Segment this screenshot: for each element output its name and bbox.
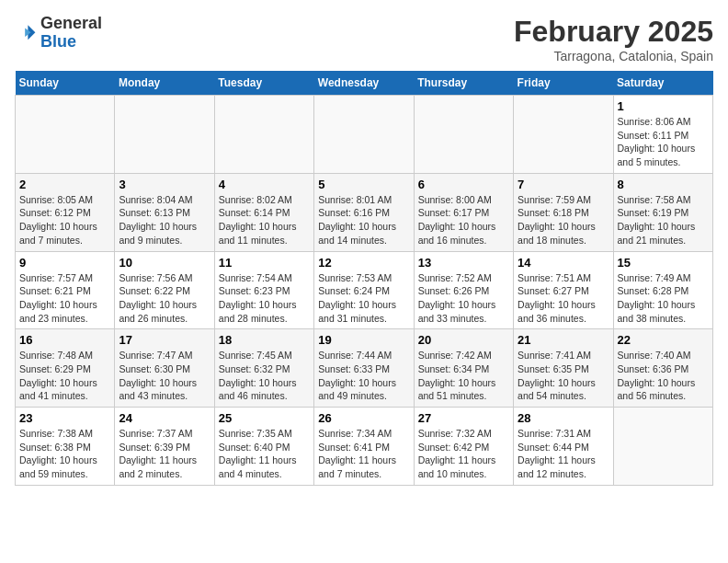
calendar-cell: 23Sunrise: 7:38 AM Sunset: 6:38 PM Dayli… [16, 408, 115, 486]
day-number: 13 [418, 256, 509, 270]
day-number: 3 [119, 178, 210, 191]
calendar-cell: 20Sunrise: 7:42 AM Sunset: 6:34 PM Dayli… [414, 329, 513, 408]
cell-details: Sunrise: 7:53 AM Sunset: 6:24 PM Dayligh… [318, 271, 409, 326]
cell-details: Sunrise: 7:48 AM Sunset: 6:29 PM Dayligh… [19, 349, 110, 403]
logo-text: General Blue [40, 15, 102, 52]
calendar-cell [613, 408, 712, 486]
day-number: 14 [518, 256, 609, 270]
day-number: 11 [219, 256, 310, 270]
calendar-table: SundayMondayTuesdayWednesdayThursdayFrid… [15, 71, 713, 486]
calendar-cell: 2Sunrise: 8:05 AM Sunset: 6:12 PM Daylig… [16, 173, 115, 251]
calendar-cell: 9Sunrise: 7:57 AM Sunset: 6:21 PM Daylig… [16, 251, 115, 329]
cell-details: Sunrise: 7:31 AM Sunset: 6:44 PM Dayligh… [518, 427, 609, 481]
calendar-cell: 11Sunrise: 7:54 AM Sunset: 6:23 PM Dayli… [214, 251, 313, 329]
day-number: 9 [19, 256, 110, 270]
day-number: 28 [518, 411, 609, 425]
calendar-cell [414, 96, 513, 174]
location-title: Tarragona, Catalonia, Spain [514, 49, 713, 63]
calendar-week-2: 2Sunrise: 8:05 AM Sunset: 6:12 PM Daylig… [16, 173, 713, 251]
calendar-cell: 8Sunrise: 7:58 AM Sunset: 6:19 PM Daylig… [613, 173, 712, 251]
calendar-cell [314, 96, 414, 174]
weekday-header-friday: Friday [514, 71, 613, 96]
calendar-cell: 17Sunrise: 7:47 AM Sunset: 6:30 PM Dayli… [115, 329, 214, 408]
cell-details: Sunrise: 7:34 AM Sunset: 6:41 PM Dayligh… [318, 427, 409, 481]
cell-details: Sunrise: 7:47 AM Sunset: 6:30 PM Dayligh… [119, 349, 210, 403]
cell-details: Sunrise: 7:32 AM Sunset: 6:42 PM Dayligh… [418, 427, 509, 481]
calendar-cell: 28Sunrise: 7:31 AM Sunset: 6:44 PM Dayli… [514, 408, 613, 486]
logo: General Blue [15, 15, 102, 52]
calendar-cell: 22Sunrise: 7:40 AM Sunset: 6:36 PM Dayli… [613, 329, 712, 408]
calendar-cell [214, 96, 313, 174]
cell-details: Sunrise: 8:04 AM Sunset: 6:13 PM Dayligh… [119, 193, 210, 247]
day-number: 26 [318, 411, 409, 425]
cell-details: Sunrise: 7:44 AM Sunset: 6:33 PM Dayligh… [318, 349, 409, 403]
calendar-cell [16, 96, 115, 174]
calendar-cell: 1Sunrise: 8:06 AM Sunset: 6:11 PM Daylig… [613, 96, 712, 174]
day-number: 5 [318, 178, 409, 191]
day-number: 19 [318, 333, 409, 347]
cell-details: Sunrise: 7:35 AM Sunset: 6:40 PM Dayligh… [219, 427, 310, 481]
cell-details: Sunrise: 7:45 AM Sunset: 6:32 PM Dayligh… [219, 349, 310, 403]
day-number: 23 [19, 411, 110, 425]
calendar-cell: 21Sunrise: 7:41 AM Sunset: 6:35 PM Dayli… [514, 329, 613, 408]
day-number: 1 [618, 99, 709, 113]
page-header: General Blue February 2025 Tarragona, Ca… [15, 15, 713, 63]
cell-details: Sunrise: 7:59 AM Sunset: 6:18 PM Dayligh… [518, 193, 609, 247]
weekday-header-sunday: Sunday [16, 71, 115, 96]
logo-icon [15, 22, 37, 44]
day-number: 2 [19, 178, 110, 191]
weekday-header-tuesday: Tuesday [214, 71, 313, 96]
cell-details: Sunrise: 7:37 AM Sunset: 6:39 PM Dayligh… [119, 427, 210, 481]
cell-details: Sunrise: 7:54 AM Sunset: 6:23 PM Dayligh… [219, 271, 310, 326]
calendar-week-1: 1Sunrise: 8:06 AM Sunset: 6:11 PM Daylig… [16, 96, 713, 174]
calendar-cell: 18Sunrise: 7:45 AM Sunset: 6:32 PM Dayli… [214, 329, 313, 408]
calendar-cell: 19Sunrise: 7:44 AM Sunset: 6:33 PM Dayli… [314, 329, 414, 408]
day-number: 27 [418, 411, 509, 425]
calendar-cell [115, 96, 214, 174]
calendar-cell: 5Sunrise: 8:01 AM Sunset: 6:16 PM Daylig… [314, 173, 414, 251]
day-number: 22 [618, 333, 709, 347]
cell-details: Sunrise: 7:52 AM Sunset: 6:26 PM Dayligh… [418, 271, 509, 326]
day-number: 7 [518, 178, 609, 191]
cell-details: Sunrise: 7:38 AM Sunset: 6:38 PM Dayligh… [19, 427, 110, 481]
cell-details: Sunrise: 8:06 AM Sunset: 6:11 PM Dayligh… [618, 115, 709, 169]
calendar-cell: 25Sunrise: 7:35 AM Sunset: 6:40 PM Dayli… [214, 408, 313, 486]
calendar-cell: 10Sunrise: 7:56 AM Sunset: 6:22 PM Dayli… [115, 251, 214, 329]
cell-details: Sunrise: 7:57 AM Sunset: 6:21 PM Dayligh… [19, 271, 110, 326]
calendar-cell: 14Sunrise: 7:51 AM Sunset: 6:27 PM Dayli… [514, 251, 613, 329]
day-number: 16 [19, 333, 110, 347]
day-number: 12 [318, 256, 409, 270]
calendar-week-5: 23Sunrise: 7:38 AM Sunset: 6:38 PM Dayli… [16, 408, 713, 486]
calendar-cell: 26Sunrise: 7:34 AM Sunset: 6:41 PM Dayli… [314, 408, 414, 486]
cell-details: Sunrise: 8:05 AM Sunset: 6:12 PM Dayligh… [19, 193, 110, 247]
cell-details: Sunrise: 7:51 AM Sunset: 6:27 PM Dayligh… [518, 271, 609, 326]
calendar-cell: 7Sunrise: 7:59 AM Sunset: 6:18 PM Daylig… [514, 173, 613, 251]
day-number: 17 [119, 333, 210, 347]
weekday-header-monday: Monday [115, 71, 214, 96]
weekday-header-wednesday: Wednesday [314, 71, 414, 96]
cell-details: Sunrise: 8:01 AM Sunset: 6:16 PM Dayligh… [318, 193, 409, 247]
cell-details: Sunrise: 7:42 AM Sunset: 6:34 PM Dayligh… [418, 349, 509, 403]
calendar-cell: 4Sunrise: 8:02 AM Sunset: 6:14 PM Daylig… [214, 173, 313, 251]
calendar-cell: 12Sunrise: 7:53 AM Sunset: 6:24 PM Dayli… [314, 251, 414, 329]
calendar-cell: 6Sunrise: 8:00 AM Sunset: 6:17 PM Daylig… [414, 173, 513, 251]
calendar-cell: 15Sunrise: 7:49 AM Sunset: 6:28 PM Dayli… [613, 251, 712, 329]
cell-details: Sunrise: 7:58 AM Sunset: 6:19 PM Dayligh… [618, 193, 709, 247]
calendar-cell: 27Sunrise: 7:32 AM Sunset: 6:42 PM Dayli… [414, 408, 513, 486]
day-number: 25 [219, 411, 310, 425]
day-number: 4 [219, 178, 310, 191]
cell-details: Sunrise: 7:40 AM Sunset: 6:36 PM Dayligh… [618, 349, 709, 403]
calendar-header-row: SundayMondayTuesdayWednesdayThursdayFrid… [16, 71, 713, 96]
day-number: 10 [119, 256, 210, 270]
day-number: 15 [618, 256, 709, 270]
calendar-cell: 3Sunrise: 8:04 AM Sunset: 6:13 PM Daylig… [115, 173, 214, 251]
weekday-header-saturday: Saturday [613, 71, 712, 96]
calendar-cell [514, 96, 613, 174]
weekday-header-thursday: Thursday [414, 71, 513, 96]
day-number: 8 [618, 178, 709, 191]
calendar-body: 1Sunrise: 8:06 AM Sunset: 6:11 PM Daylig… [16, 96, 713, 486]
calendar-week-4: 16Sunrise: 7:48 AM Sunset: 6:29 PM Dayli… [16, 329, 713, 408]
title-area: February 2025 Tarragona, Catalonia, Spai… [514, 15, 713, 63]
calendar-cell: 24Sunrise: 7:37 AM Sunset: 6:39 PM Dayli… [115, 408, 214, 486]
day-number: 18 [219, 333, 310, 347]
